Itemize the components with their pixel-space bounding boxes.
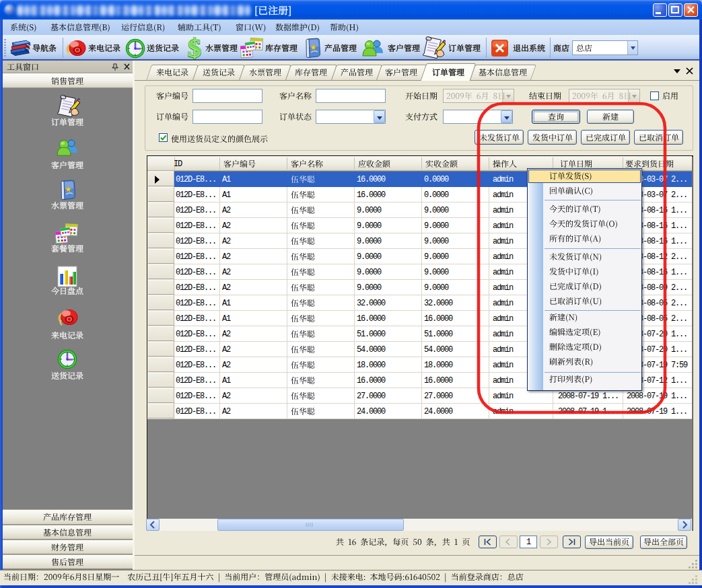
- svg-text:$: $: [188, 37, 201, 61]
